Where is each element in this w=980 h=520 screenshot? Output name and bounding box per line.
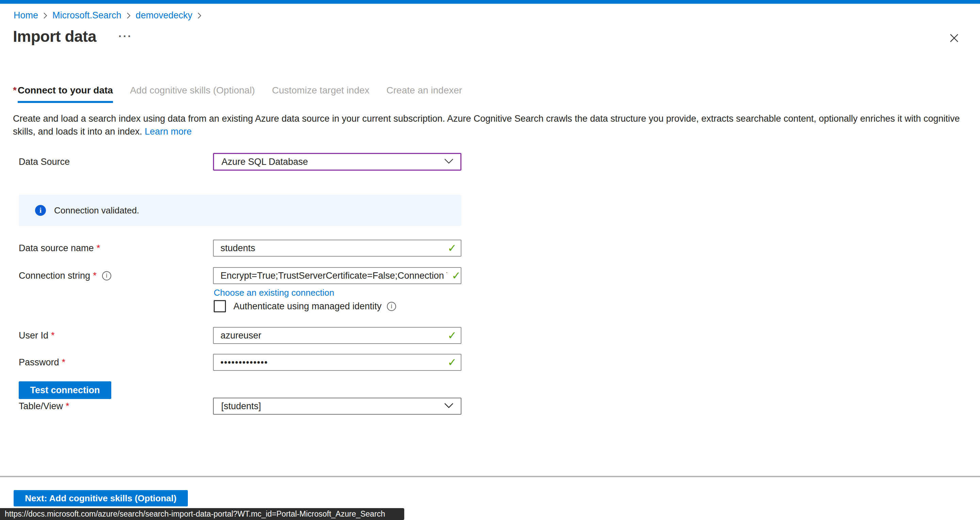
data-source-name-fieldwrap: ✓ xyxy=(213,239,461,257)
wizard-tabs: *Connect to your data Add cognitive skil… xyxy=(13,85,479,103)
page-title: Import data xyxy=(13,27,96,46)
data-source-name-row: Data source name * ✓ xyxy=(19,239,461,257)
info-outline-icon[interactable]: i xyxy=(102,271,111,281)
info-outline-icon[interactable]: i xyxy=(387,302,396,311)
footer-divider xyxy=(0,476,980,477)
required-asterisk: * xyxy=(93,271,97,281)
required-asterisk: * xyxy=(97,243,100,254)
status-url-text: https://docs.microsoft.com/azure/search/… xyxy=(5,509,385,518)
user-id-row: User Id * ✓ xyxy=(19,327,461,344)
info-filled-icon: i xyxy=(35,205,46,216)
tab-connect-to-your-data[interactable]: *Connect to your data xyxy=(13,85,113,103)
field-label-text: User Id xyxy=(19,330,48,341)
chevron-right-icon xyxy=(126,12,131,19)
tab-create-an-indexer[interactable]: Create an indexer xyxy=(387,85,463,96)
field-label-text: Connection string xyxy=(19,271,90,281)
tab-label: Customize target index xyxy=(272,85,369,95)
table-view-value: [students] xyxy=(221,401,261,412)
breadcrumb-microsoft-search[interactable]: Microsoft.Search xyxy=(52,10,121,21)
password-label: Password * xyxy=(19,357,213,368)
password-row: Password * ✓ xyxy=(19,354,461,371)
user-id-fieldwrap: ✓ xyxy=(213,327,461,344)
test-connection-button[interactable]: Test connection xyxy=(19,381,111,399)
field-label-text: Table/View xyxy=(19,401,63,412)
field-label-text: Data source name xyxy=(19,243,94,254)
connection-string-row: Connection string * i ✓ xyxy=(19,267,461,284)
tab-label: Create an indexer xyxy=(387,85,463,95)
table-view-dropdown[interactable]: [students] xyxy=(213,398,461,415)
intro-text: Create and load a search index using dat… xyxy=(13,112,968,138)
required-asterisk: * xyxy=(66,401,69,412)
managed-identity-label: Authenticate using managed identity xyxy=(234,301,382,312)
chevron-right-icon xyxy=(43,12,48,19)
close-icon[interactable] xyxy=(947,30,962,46)
password-input[interactable] xyxy=(213,354,461,371)
user-id-label: User Id * xyxy=(19,330,213,341)
data-source-name-input[interactable] xyxy=(213,239,461,257)
field-label-text: Data Source xyxy=(19,157,70,167)
data-source-dropdown[interactable]: Azure SQL Database xyxy=(213,153,461,171)
tab-customize-target-index[interactable]: Customize target index xyxy=(272,85,369,96)
choose-existing-connection-link[interactable]: Choose an existing connection xyxy=(214,287,334,298)
managed-identity-row: Authenticate using managed identity i xyxy=(214,300,396,312)
connection-string-label: Connection string * i xyxy=(19,271,213,281)
data-source-row: Data Source Azure SQL Database xyxy=(19,153,461,171)
table-view-label: Table/View * xyxy=(19,401,213,412)
table-view-row: Table/View * [students] xyxy=(19,398,461,415)
user-id-input[interactable] xyxy=(213,327,461,344)
table-view-fieldwrap: [students] xyxy=(213,398,461,415)
next-add-cognitive-skills-button[interactable]: Next: Add cognitive skills (Optional) xyxy=(14,490,188,506)
connection-string-fieldwrap: ✓ xyxy=(213,267,461,284)
tab-add-cognitive-skills[interactable]: Add cognitive skills (Optional) xyxy=(130,85,255,96)
tab-label: Add cognitive skills (Optional) xyxy=(130,85,255,95)
managed-identity-checkbox[interactable] xyxy=(214,300,226,312)
chevron-right-icon xyxy=(197,12,202,19)
data-source-label: Data Source xyxy=(19,157,213,167)
import-data-page: Home Microsoft.Search demovedecky Import… xyxy=(0,0,980,520)
data-source-value: Azure SQL Database xyxy=(221,157,308,167)
password-fieldwrap: ✓ xyxy=(213,354,461,371)
required-asterisk: * xyxy=(51,330,55,341)
connection-validated-banner: i Connection validated. xyxy=(19,195,461,226)
tab-label: Connect to your data xyxy=(18,85,113,103)
breadcrumb-demovedecky[interactable]: demovedecky xyxy=(136,10,192,21)
breadcrumb: Home Microsoft.Search demovedecky xyxy=(14,10,207,21)
status-url-bar: https://docs.microsoft.com/azure/search/… xyxy=(0,508,404,520)
data-source-fieldwrap: Azure SQL Database xyxy=(213,153,461,171)
field-label-text: Password xyxy=(19,357,59,368)
azure-top-bar xyxy=(0,0,980,4)
required-asterisk: * xyxy=(62,357,66,368)
context-menu-ellipsis-icon[interactable]: ··· xyxy=(118,30,132,43)
banner-message: Connection validated. xyxy=(54,205,139,216)
breadcrumb-home[interactable]: Home xyxy=(14,10,38,21)
required-asterisk: * xyxy=(13,85,17,95)
data-source-name-label: Data source name * xyxy=(19,243,213,254)
connection-string-input[interactable] xyxy=(213,267,461,284)
learn-more-link[interactable]: Learn more xyxy=(145,127,192,136)
